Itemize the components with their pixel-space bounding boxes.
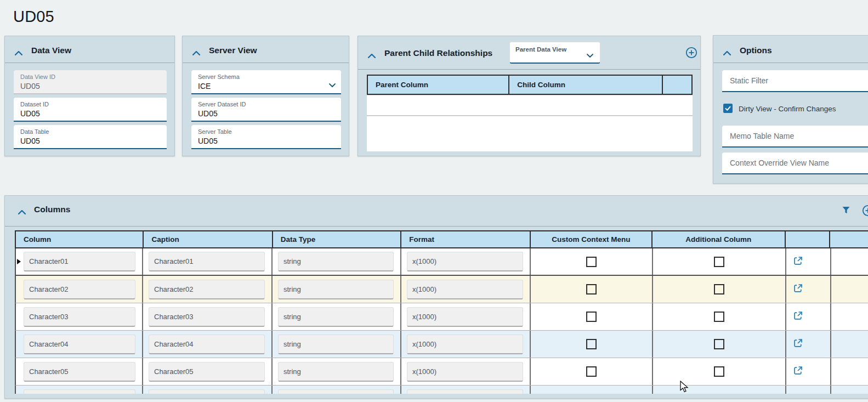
launch-icon[interactable] — [793, 283, 803, 296]
selector-label: Parent Data View — [515, 46, 566, 53]
cell-data-type[interactable]: string — [278, 335, 394, 354]
column-header-column[interactable]: Column — [16, 231, 144, 247]
cell-column[interactable]: Character02 — [24, 280, 135, 299]
field-value: ICE — [198, 82, 211, 90]
column-header-child-column[interactable]: Child Column — [509, 76, 663, 94]
table-row[interactable]: Character02 Character02 string x(1000) — [15, 276, 868, 303]
collapse-chevron-icon[interactable] — [723, 48, 731, 58]
launch-icon[interactable] — [793, 256, 803, 268]
static-filter-input[interactable]: Static Filter — [722, 70, 868, 92]
cell-data-type[interactable]: string — [278, 362, 394, 382]
additional-column-checkbox[interactable] — [714, 284, 724, 295]
column-header-caption[interactable]: Caption — [144, 231, 273, 247]
column-header-custom-context-menu[interactable]: Custom Context Menu — [531, 231, 653, 247]
collapse-chevron-icon[interactable] — [192, 48, 200, 58]
chevron-down-icon[interactable] — [329, 80, 336, 89]
chevron-down-icon[interactable] — [587, 50, 593, 60]
server-dataset-id-field[interactable]: Server Dataset ID UD05 — [191, 98, 341, 122]
divider — [5, 226, 868, 227]
data-view-panel: Data View Data View ID UD05 Dataset ID U… — [4, 36, 175, 156]
checkbox-label: Dirty View - Confirm Changes — [739, 105, 836, 113]
panel-title: Parent Child Relationships — [384, 48, 492, 58]
custom-context-menu-checkbox[interactable] — [586, 284, 597, 295]
custom-context-menu-checkbox[interactable] — [586, 366, 597, 377]
cell-column[interactable]: Character05 — [24, 362, 135, 382]
relationships-empty-row[interactable] — [367, 95, 693, 116]
collapse-chevron-icon[interactable] — [18, 207, 26, 217]
additional-column-checkbox[interactable] — [714, 257, 724, 267]
cell-caption[interactable]: Character01 — [149, 252, 265, 271]
custom-context-menu-checkbox[interactable] — [586, 257, 597, 267]
cell-caption[interactable]: Character05 — [149, 362, 265, 382]
panel-title: Columns — [34, 205, 70, 214]
data-table-field[interactable]: Data Table UD05 — [14, 125, 167, 149]
server-table-field[interactable]: Server Table UD05 — [191, 125, 341, 149]
cell-format[interactable]: x(1000) — [407, 280, 523, 299]
parent-data-view-selector[interactable]: Parent Data View — [509, 42, 600, 64]
current-row-marker-icon — [17, 259, 21, 264]
launch-icon[interactable] — [793, 338, 803, 350]
panel-title: Options — [740, 46, 772, 55]
field-label: Dataset ID — [20, 101, 49, 107]
cell-data-type[interactable]: string — [278, 252, 394, 271]
cell-column[interactable]: Character03 — [24, 307, 135, 327]
field-label: Server Schema — [198, 73, 240, 80]
cell-format[interactable]: x(1000) — [407, 307, 523, 327]
column-header-parent-column[interactable]: Parent Column — [368, 76, 509, 94]
divider — [5, 63, 174, 63]
panel-title: Data View — [31, 46, 71, 55]
add-relationship-button[interactable] — [685, 47, 697, 61]
field-value: UD05 — [20, 109, 40, 118]
table-row[interactable]: Character05 Character05 string x(1000) — [15, 358, 868, 386]
filter-icon[interactable] — [842, 206, 850, 216]
server-view-panel: Server View Server Schema ICE Server Dat… — [182, 36, 349, 156]
cell-format[interactable]: x(1000) — [407, 335, 523, 354]
panel-title: Server View — [209, 46, 257, 55]
table-row[interactable] — [15, 386, 868, 394]
cell-data-type[interactable]: string — [278, 280, 394, 299]
additional-column-checkbox[interactable] — [714, 366, 724, 377]
column-header-blank — [830, 231, 868, 247]
cell-caption[interactable]: Character03 — [149, 307, 265, 327]
add-column-button[interactable] — [862, 205, 868, 219]
table-row[interactable]: Character03 Character03 string x(1000) — [15, 303, 868, 331]
relationships-grid-header: Parent Column Child Column — [367, 75, 693, 95]
divider — [183, 63, 349, 63]
custom-context-menu-checkbox[interactable] — [586, 339, 597, 349]
input-placeholder: Static Filter — [730, 70, 768, 91]
columns-grid: Column Caption Data Type Format Custom C… — [15, 230, 868, 394]
dirty-view-checkbox[interactable] — [723, 104, 733, 113]
column-header-format[interactable]: Format — [401, 231, 530, 247]
context-override-view-name-input[interactable]: Context Override View Name — [722, 152, 868, 174]
cell-column[interactable]: Character04 — [24, 335, 135, 354]
cell-caption[interactable]: Character02 — [149, 280, 265, 299]
input-placeholder: Memo Table Name — [730, 126, 794, 146]
field-value: UD05 — [198, 109, 218, 118]
additional-column-checkbox[interactable] — [714, 312, 724, 322]
memo-table-name-input[interactable]: Memo Table Name — [722, 126, 868, 148]
table-row[interactable]: Character04 Character04 string x(1000) — [15, 331, 868, 358]
dataset-id-field[interactable]: Dataset ID UD05 — [14, 98, 167, 122]
additional-column-checkbox[interactable] — [714, 339, 724, 349]
divider — [713, 63, 868, 63]
cell-format[interactable]: x(1000) — [407, 362, 523, 382]
mouse-cursor — [680, 381, 689, 395]
collapse-chevron-icon[interactable] — [368, 50, 376, 60]
custom-context-menu-checkbox[interactable] — [586, 312, 597, 322]
column-header-additional-column[interactable]: Additional Column — [653, 231, 785, 247]
field-value: UD05 — [198, 137, 218, 145]
cell-caption[interactable]: Character04 — [149, 335, 265, 354]
column-header-data-type[interactable]: Data Type — [273, 231, 401, 247]
cell-data-type[interactable]: string — [278, 307, 394, 327]
cell-column[interactable]: Character01 — [24, 252, 135, 271]
collapse-chevron-icon[interactable] — [15, 48, 22, 58]
divider — [358, 69, 700, 70]
cell-format[interactable]: x(1000) — [407, 252, 523, 271]
launch-icon[interactable] — [793, 310, 803, 323]
launch-icon[interactable] — [793, 365, 803, 378]
table-row[interactable]: Character01 Character01 string x(1000) — [15, 248, 868, 276]
options-panel: Options Static Filter Dirty View - Confi… — [713, 35, 868, 184]
server-schema-dropdown[interactable]: Server Schema ICE — [191, 70, 341, 94]
column-header-launch — [786, 231, 831, 247]
data-view-id-field: Data View ID UD05 — [14, 70, 167, 94]
